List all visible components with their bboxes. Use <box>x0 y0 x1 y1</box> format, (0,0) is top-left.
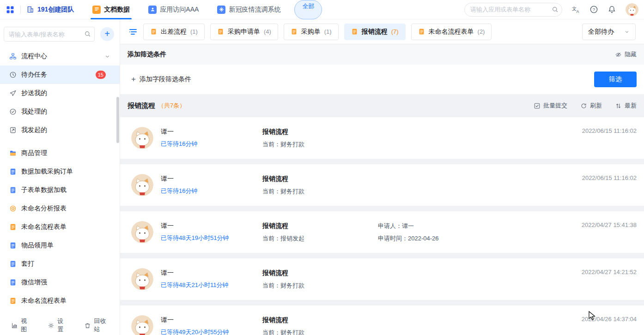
sidebar-item-label: 未命名流程表单 <box>21 297 67 305</box>
status-filter-dropdown[interactable]: 全部待办 <box>582 24 636 40</box>
flow-title: 报销流程 <box>262 316 378 324</box>
task-card[interactable]: 谭一 已等待48天21小时11分钟 报销流程 当前：财务打款 2022/04/2… <box>120 258 644 300</box>
top-tab-app-access[interactable]: 应用访问AAA <box>139 0 208 19</box>
tab-purchase-order[interactable]: 采购单 (1) <box>284 24 339 40</box>
translate-icon[interactable]: 文A <box>571 5 580 14</box>
apps-grid-icon[interactable] <box>6 5 15 14</box>
sort-newest-button[interactable]: 最新 <box>615 102 637 110</box>
applicant-name: 谭一 <box>161 316 262 324</box>
sidebar-apps: 商品管理 数据加载采购订单 子表单数据加载 未命名分析报表 未命名流程表单 物品… <box>0 144 120 329</box>
team-switcher[interactable]: 191创建团队 <box>26 6 74 14</box>
sidebar-item-subform-data-load[interactable]: 子表单数据加载 <box>0 181 120 199</box>
avatar <box>131 127 153 149</box>
sidebar-item-unnamed-analysis-report[interactable]: 未命名分析报表 <box>0 199 120 218</box>
sidebar-item-unnamed-flow-form-2[interactable]: 未命名流程表单 <box>0 292 120 310</box>
global-search[interactable] <box>464 3 562 17</box>
sidebar-item-goods-management[interactable]: 商品管理 <box>0 144 120 162</box>
tab-purchase-application[interactable]: 采购申请单 (4) <box>210 24 278 40</box>
gear-icon <box>48 322 55 329</box>
task-card[interactable]: 谭一 已等待48天19小时51分钟 报销流程 当前：报销发起 申请人：谭一 申请… <box>120 211 644 253</box>
sidebar-item-initiated-by-me[interactable]: 我发起的 <box>0 121 120 139</box>
sidebar-item-print-template[interactable]: 套打 <box>0 255 120 273</box>
sidebar-item-label: 未命名分析报表 <box>21 204 67 213</box>
sidebar-item-item-requisition[interactable]: 物品领用单 <box>0 236 120 255</box>
initiate-doc-icon <box>9 126 17 134</box>
filter-title: 添加筛选条件 <box>128 50 166 59</box>
tab-count: (1) <box>324 28 332 35</box>
settings-button[interactable]: 设置 <box>48 317 67 334</box>
hide-filter-button[interactable]: 隐藏 <box>615 50 637 59</box>
form-doc-icon <box>9 279 17 286</box>
tab-unnamed-flow-form[interactable]: 未命名流程表单 (2) <box>411 24 492 40</box>
batch-submit-button[interactable]: 批量提交 <box>534 102 567 110</box>
sidebar-item-wechat-enhance[interactable]: 微信增强 <box>0 273 120 292</box>
collapse-panel-icon[interactable] <box>128 27 138 36</box>
refresh-label: 刷新 <box>590 102 602 110</box>
tab-expense-flow[interactable]: 报销流程 (7) <box>344 24 406 40</box>
status-filter-value: 全部待办 <box>588 28 614 36</box>
sidebar-item-label: 抄送我的 <box>21 89 47 97</box>
sidebar-search-input[interactable] <box>4 27 95 42</box>
tab-business-trip-flow[interactable]: 出差流程 (1) <box>143 24 205 40</box>
divider <box>20 6 21 14</box>
avatar <box>131 221 153 243</box>
tab-count: (2) <box>478 28 485 35</box>
sidebar-item-unnamed-flow-form-1[interactable]: 未命名流程表单 <box>0 218 120 236</box>
chevron-down-icon <box>104 54 110 60</box>
filter-section-header: 添加筛选条件 隐藏 <box>120 44 644 65</box>
doc-data-app-icon <box>92 6 101 14</box>
recycle-bin-button[interactable]: 回收站 <box>84 317 109 334</box>
tab-label: 采购单 <box>301 28 321 36</box>
refresh-button[interactable]: 刷新 <box>580 102 602 110</box>
sidebar-footer: 视图 设置 回收站 <box>0 316 120 335</box>
sidebar-item-label: 我处理的 <box>21 108 47 116</box>
waiting-duration: 已等待48天21小时11分钟 <box>161 281 262 289</box>
task-card[interactable]: 谭一 已等待16分钟 报销流程 当前：财务打款 2022/06/15 11:16… <box>120 117 644 159</box>
sidebar-item-label: 微信增强 <box>21 278 47 287</box>
all-apps-pill[interactable]: 全部 <box>294 0 322 19</box>
sidebar-group-flow-center[interactable]: 流程中心 <box>0 47 120 66</box>
views-button[interactable]: 视图 <box>11 317 30 334</box>
filter-panel: + 添加字段筛选条件 筛选 <box>120 65 644 94</box>
apply-filter-button[interactable]: 筛选 <box>594 72 637 87</box>
top-bar-right: 文A ? <box>464 3 638 17</box>
sidebar-search[interactable] <box>4 27 95 42</box>
waiting-duration: 已等待16分钟 <box>161 187 262 195</box>
task-card[interactable]: 谭一 已等待16分钟 报销流程 当前：财务打款 2022/06/15 11:16… <box>120 164 644 206</box>
flow-doc-icon <box>9 223 17 231</box>
user-avatar[interactable] <box>626 3 638 16</box>
check-circle-icon <box>9 108 17 115</box>
card-timestamp: 2022/04/27 14:21:52 <box>582 269 637 275</box>
top-tab-covid-system[interactable]: 新冠疫情流调系统 <box>208 0 290 19</box>
sidebar-item-cc-to-me[interactable]: 抄送我的 <box>0 84 120 102</box>
group-label: 流程中心 <box>21 52 47 60</box>
global-search-input[interactable] <box>470 6 552 13</box>
notification-bell-icon[interactable] <box>608 5 616 14</box>
team-name: 191创建团队 <box>37 6 74 14</box>
card-who: 谭一 已等待16分钟 <box>161 175 262 195</box>
current-node: 当前：财务打款 <box>262 140 378 149</box>
footer-label: 设置 <box>57 317 67 334</box>
sidebar-item-handled-by-me[interactable]: 我处理的 <box>0 102 120 121</box>
top-tab-doc-data[interactable]: 文档数据 <box>83 0 139 19</box>
add-filter-field-label: 添加字段筛选条件 <box>140 75 191 84</box>
sidebar-item-data-load-purchase-order[interactable]: 数据加载采购订单 <box>0 162 120 181</box>
add-form-button[interactable]: + <box>100 27 114 41</box>
task-card[interactable]: 谭一 已等待49天20小时55分钟 报销流程 当前：财务打款 2022/04/2… <box>120 305 644 335</box>
sidebar-scrollbar[interactable] <box>116 97 119 143</box>
card-main: 报销流程 当前：财务打款 <box>262 269 378 290</box>
clock-icon <box>9 71 17 78</box>
add-filter-field-button[interactable]: + 添加字段筛选条件 <box>131 75 191 84</box>
sidebar-item-todo-tasks[interactable]: 待办任务 15 <box>0 66 120 84</box>
card-extra-fields: 申请人：谭一 申请时间：2022-04-26 <box>378 222 439 243</box>
checkbox-icon <box>534 102 541 109</box>
app-access-app-icon <box>148 6 157 14</box>
tab-count: (4) <box>264 28 271 35</box>
help-icon[interactable]: ? <box>589 5 598 14</box>
card-main: 报销流程 当前：财务打款 <box>262 316 378 335</box>
current-node: 当前：财务打款 <box>262 329 378 335</box>
list-title: 报销流程 <box>128 102 155 110</box>
flow-doc-icon <box>291 28 298 35</box>
avatar <box>131 174 153 196</box>
svg-text:?: ? <box>593 7 595 12</box>
